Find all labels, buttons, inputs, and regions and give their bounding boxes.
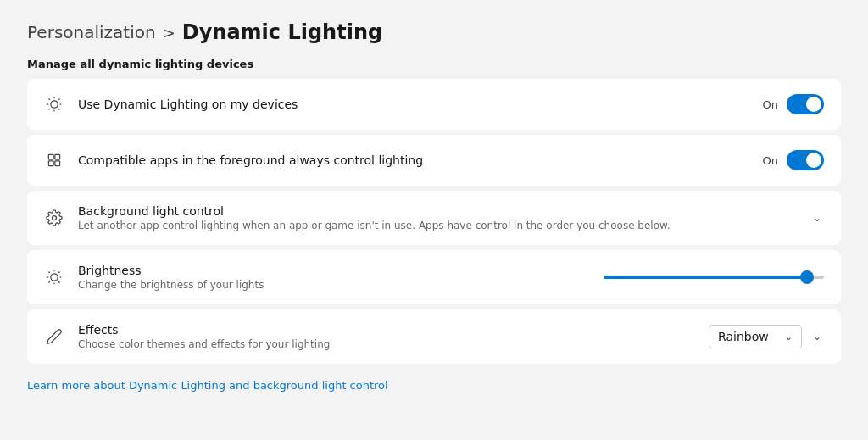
- svg-line-8: [58, 99, 59, 100]
- background-light-card: Background light control Let another app…: [27, 191, 841, 245]
- svg-line-18: [58, 281, 59, 282]
- breadcrumb-separator: >: [163, 24, 175, 42]
- brightness-slider-container: [604, 276, 824, 279]
- breadcrumb-current: Dynamic Lighting: [182, 20, 382, 44]
- effects-dropdown-value: Rainbow: [718, 330, 769, 343]
- background-light-title: Background light control: [78, 204, 797, 218]
- use-dynamic-lighting-card: Use Dynamic Lighting on my devices On: [27, 79, 841, 130]
- background-light-content: Background light control Let another app…: [78, 204, 797, 231]
- compatible-apps-right: On: [763, 150, 824, 170]
- brightness-subtitle: Change the brightness of your lights: [78, 279, 590, 291]
- effects-content: Effects Choose color themes and effects …: [78, 323, 695, 350]
- brightness-slider[interactable]: [604, 276, 824, 279]
- brightness-right: [604, 276, 824, 279]
- svg-rect-11: [55, 154, 60, 159]
- compatible-apps-status: On: [763, 154, 778, 167]
- use-dynamic-lighting-content: Use Dynamic Lighting on my devices: [78, 97, 749, 111]
- svg-line-22: [58, 272, 59, 273]
- effects-title: Effects: [78, 323, 695, 337]
- compatible-apps-toggle[interactable]: [787, 150, 824, 170]
- toggle-knob: [806, 97, 821, 112]
- svg-line-7: [49, 109, 50, 109]
- layers-icon: [44, 150, 64, 170]
- svg-rect-12: [55, 161, 60, 166]
- brightness-icon: [44, 267, 64, 287]
- section-label: Manage all dynamic lighting devices: [27, 58, 841, 70]
- effects-expand-chevron-icon[interactable]: ⌄: [810, 330, 824, 343]
- svg-rect-10: [48, 161, 53, 166]
- gear-icon: [44, 208, 64, 228]
- effects-dropdown[interactable]: Rainbow ⌄: [709, 325, 802, 348]
- svg-point-0: [51, 101, 58, 108]
- use-dynamic-lighting-status: On: [763, 98, 778, 111]
- toggle-knob-2: [806, 153, 821, 168]
- svg-point-13: [53, 216, 57, 220]
- compatible-apps-card: Compatible apps in the foreground always…: [27, 135, 841, 186]
- breadcrumb-parent[interactable]: Personalization: [27, 22, 156, 42]
- brightness-content: Brightness Change the brightness of your…: [78, 264, 590, 291]
- effects-right: Rainbow ⌄ ⌄: [709, 325, 824, 348]
- brightness-title: Brightness: [78, 264, 590, 277]
- pen-icon: [44, 326, 64, 347]
- background-light-right: ⌄: [810, 211, 824, 225]
- chevron-down-icon[interactable]: ⌄: [810, 211, 824, 225]
- background-light-subtitle: Let another app control lighting when an…: [78, 220, 797, 231]
- effects-card: Effects Choose color themes and effects …: [27, 309, 841, 364]
- svg-line-3: [49, 99, 50, 100]
- svg-point-14: [51, 274, 58, 281]
- dropdown-chevron-icon: ⌄: [785, 331, 793, 343]
- breadcrumb: Personalization > Dynamic Lighting: [27, 20, 841, 44]
- svg-line-4: [58, 109, 59, 109]
- compatible-apps-content: Compatible apps in the foreground always…: [78, 153, 749, 167]
- cards-container: Use Dynamic Lighting on my devices On Co…: [27, 79, 841, 364]
- use-dynamic-lighting-title: Use Dynamic Lighting on my devices: [78, 97, 749, 111]
- sun-icon: [44, 94, 64, 114]
- effects-subtitle: Choose color themes and effects for your…: [78, 338, 695, 350]
- svg-line-17: [49, 272, 50, 273]
- use-dynamic-lighting-toggle[interactable]: [787, 94, 824, 114]
- svg-rect-9: [48, 154, 53, 159]
- learn-more-link[interactable]: Learn more about Dynamic Lighting and ba…: [27, 379, 388, 392]
- use-dynamic-lighting-right: On: [763, 94, 824, 114]
- compatible-apps-title: Compatible apps in the foreground always…: [78, 153, 749, 167]
- brightness-card: Brightness Change the brightness of your…: [27, 250, 841, 304]
- svg-line-21: [49, 281, 50, 282]
